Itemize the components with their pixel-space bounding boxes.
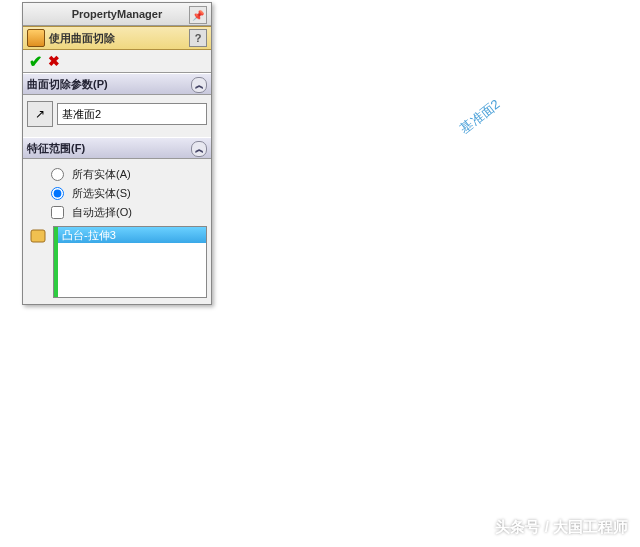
cut-surface-icon	[27, 29, 45, 47]
radio-all-bodies[interactable]: 所有实体(A)	[27, 165, 207, 184]
svg-marker-1	[298, 14, 406, 150]
svg-marker-9	[220, 150, 404, 520]
svg-marker-4	[224, 70, 402, 350]
confirm-bar: ✔ ✖	[23, 50, 211, 73]
command-title: 使用曲面切除	[49, 31, 115, 46]
radio-selected-input[interactable]	[51, 187, 64, 200]
collapse-icon[interactable]: ︽	[191, 77, 207, 93]
svg-marker-24	[490, 204, 500, 214]
svg-marker-22	[464, 160, 472, 170]
svg-point-14	[540, 44, 548, 52]
checkbox-auto-select[interactable]: 自动选择(O)	[27, 203, 207, 222]
radio-selected-label: 所选实体(S)	[72, 186, 131, 201]
group-scope-title: 特征范围(F)	[27, 141, 85, 156]
svg-marker-3	[224, 70, 542, 470]
help-button[interactable]: ?	[189, 29, 207, 47]
svg-point-19	[474, 64, 482, 72]
checkbox-auto-label: 自动选择(O)	[72, 205, 132, 220]
body-list-icon	[29, 226, 49, 246]
flip-direction-icon[interactable]: ↗	[27, 101, 53, 127]
svg-marker-0	[298, 14, 476, 210]
svg-point-13	[404, 86, 412, 94]
surface-selection-input[interactable]: 基准面2	[57, 103, 207, 125]
body-selection-list[interactable]: 凸台-拉伸3	[53, 226, 207, 298]
group-scope-header[interactable]: 特征范围(F) ︽	[23, 137, 211, 159]
svg-marker-2	[406, 14, 476, 176]
group-params-header[interactable]: 曲面切除参数(P) ︽	[23, 73, 211, 95]
radio-all-label: 所有实体(A)	[72, 167, 131, 182]
svg-rect-27	[31, 230, 45, 242]
svg-line-6	[402, 70, 470, 252]
radio-all-input[interactable]	[51, 168, 64, 181]
panel-titlebar: PropertyManager 📌	[23, 3, 211, 26]
group-params-title: 曲面切除参数(P)	[27, 77, 108, 92]
group-params-body: ↗ 基准面2	[23, 95, 211, 137]
plane-annotation: 基准面2	[456, 96, 504, 139]
radio-selected-bodies[interactable]: 所选实体(S)	[27, 184, 207, 203]
command-header: 使用曲面切除 ?	[23, 26, 211, 50]
svg-line-23	[468, 198, 494, 210]
list-item[interactable]: 凸台-拉伸3	[58, 227, 206, 243]
svg-marker-12	[260, 188, 404, 516]
svg-point-18	[404, 172, 412, 180]
property-manager-panel: PropertyManager 📌 使用曲面切除 ? ✔ ✖ 曲面切除参数(P)…	[22, 2, 212, 305]
svg-point-17	[468, 230, 476, 238]
svg-marker-10	[220, 150, 404, 222]
collapse-icon[interactable]: ︽	[191, 141, 207, 157]
panel-title: PropertyManager	[72, 8, 162, 20]
pin-icon[interactable]: 📌	[189, 6, 207, 24]
group-scope-body: 所有实体(A) 所选实体(S) 自动选择(O) 凸台-拉伸3	[23, 159, 211, 304]
checkbox-auto-input[interactable]	[51, 206, 64, 219]
svg-point-16	[600, 182, 608, 190]
svg-marker-11	[220, 182, 260, 516]
ok-button[interactable]: ✔	[29, 52, 42, 71]
svg-line-8	[470, 228, 542, 252]
svg-rect-26	[358, 266, 372, 274]
cancel-button[interactable]: ✖	[48, 53, 60, 69]
svg-point-20	[536, 208, 544, 216]
svg-point-25	[368, 262, 384, 278]
svg-point-15	[596, 88, 604, 96]
watermark-text: 头条号 / 大国工程师	[495, 518, 628, 537]
